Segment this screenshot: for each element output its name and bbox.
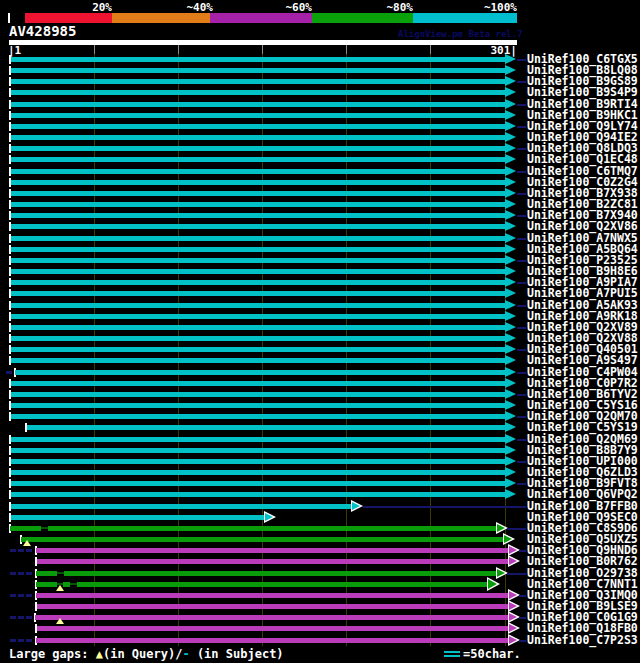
- alignment-bar[interactable]: [11, 113, 505, 118]
- alignment-bar[interactable]: [11, 403, 505, 408]
- alignment-bar[interactable]: [11, 504, 352, 509]
- alignment-bar[interactable]: [11, 269, 505, 274]
- alignment-bar[interactable]: [11, 213, 505, 218]
- alignment-bar[interactable]: [37, 559, 509, 564]
- label-connector-line: [519, 595, 526, 597]
- alignment-bar[interactable]: [37, 604, 509, 609]
- query-name: AV428985: [9, 25, 76, 38]
- alignment-bar[interactable]: [11, 79, 505, 84]
- alignment-bar[interactable]: [11, 414, 505, 419]
- label-connector-line: [517, 171, 526, 173]
- label-connector-line: [507, 528, 526, 530]
- label-connector-line: [517, 104, 526, 106]
- arrowhead-icon: [505, 166, 516, 176]
- label-connector-line: [519, 617, 526, 619]
- identity-scale-segment: [413, 13, 517, 23]
- alignment-bar[interactable]: [11, 459, 505, 464]
- label-connector-line: [517, 416, 526, 418]
- query-gap-triangle-icon: [56, 618, 64, 624]
- label-connector-line: [517, 461, 526, 463]
- alignment-bar[interactable]: [11, 325, 505, 330]
- alignment-bar[interactable]: [36, 582, 488, 587]
- arrowhead-icon: [509, 546, 517, 554]
- alignment-bar[interactable]: [11, 470, 505, 475]
- alignment-bar[interactable]: [37, 626, 509, 631]
- arrowhead-icon: [509, 624, 517, 632]
- alignment-bar[interactable]: [11, 135, 505, 140]
- arrowhead-icon: [505, 489, 516, 499]
- alignment-bar[interactable]: [11, 358, 505, 363]
- subject-overhang-line: [10, 594, 33, 597]
- arrowhead-icon: [505, 221, 516, 231]
- label-connector-line: [519, 550, 526, 552]
- alignment-bar[interactable]: [11, 481, 505, 486]
- alignment-bar[interactable]: [11, 303, 505, 308]
- alignment-bar[interactable]: [11, 247, 505, 252]
- arrowhead-icon: [505, 188, 516, 198]
- alignment-bar[interactable]: [11, 314, 505, 319]
- label-connector-line: [517, 148, 526, 150]
- arrowhead-icon: [509, 613, 517, 621]
- label-connector-line: [517, 394, 526, 396]
- alignment-bar[interactable]: [11, 124, 505, 129]
- arrowhead-icon: [505, 322, 516, 332]
- alignment-bar[interactable]: [11, 224, 505, 229]
- alignment-bar[interactable]: [11, 102, 505, 107]
- alignment-bar[interactable]: [11, 202, 505, 207]
- alignment-bar[interactable]: [11, 381, 505, 386]
- alignment-bar[interactable]: [11, 180, 505, 185]
- alignment-bar[interactable]: [11, 146, 505, 151]
- alignment-bar[interactable]: [11, 448, 505, 453]
- alignment-bar[interactable]: [11, 291, 505, 296]
- arrowhead-icon: [505, 266, 516, 276]
- arrowhead-icon: [497, 569, 505, 577]
- subject-gap-dash-icon: -: [182, 647, 189, 661]
- alignment-bar[interactable]: [27, 425, 505, 430]
- label-connector-line: [519, 640, 526, 642]
- label-connector-line: [517, 327, 526, 329]
- arrowhead-icon: [505, 400, 516, 410]
- arrowhead-icon: [505, 411, 516, 421]
- alignment-bar[interactable]: [11, 280, 505, 285]
- label-connector-line: [517, 238, 526, 240]
- alignment-bar[interactable]: [36, 571, 497, 576]
- query-gap-triangle-icon: [23, 540, 31, 546]
- label-connector-line: [517, 282, 526, 284]
- alignment-bar[interactable]: [11, 258, 505, 263]
- subject-gap-notch: [70, 581, 77, 588]
- alignment-bar[interactable]: [11, 236, 505, 241]
- arrowhead-icon: [497, 524, 505, 532]
- alignment-bar[interactable]: [36, 548, 509, 553]
- alignment-bar[interactable]: [11, 437, 505, 442]
- scale-start-tick: [8, 13, 10, 23]
- alignment-bar[interactable]: [11, 57, 505, 62]
- alignment-bar[interactable]: [11, 157, 505, 162]
- alignment-bar[interactable]: [36, 638, 509, 643]
- alignment-bar[interactable]: [11, 169, 505, 174]
- alignment-bar[interactable]: [15, 370, 505, 375]
- subject-gap-notch: [41, 525, 48, 532]
- watermark: AlignView.pm Beta rel.7: [398, 29, 523, 39]
- alignment-bar[interactable]: [11, 68, 505, 73]
- alignment-bar[interactable]: [11, 515, 265, 520]
- alignment-bar[interactable]: [11, 336, 505, 341]
- alignment-bar[interactable]: [11, 90, 505, 95]
- arrowhead-icon: [509, 636, 517, 644]
- alignment-bar[interactable]: [11, 347, 505, 352]
- subject-overhang-line: [6, 371, 13, 374]
- subject-gap-notch: [57, 570, 64, 577]
- arrowhead-icon: [505, 244, 516, 254]
- arrowhead-icon: [488, 579, 497, 589]
- label-connector-line: [517, 260, 526, 262]
- alignment-bar[interactable]: [11, 492, 505, 497]
- arrowhead-icon: [505, 367, 516, 377]
- arrowhead-icon: [505, 355, 516, 365]
- alignment-bar[interactable]: [21, 537, 504, 542]
- alignment-bar[interactable]: [11, 392, 505, 397]
- arrowhead-icon: [505, 277, 516, 287]
- alignment-bar[interactable]: [35, 615, 509, 620]
- alignment-bar[interactable]: [10, 526, 497, 531]
- alignment-bar[interactable]: [36, 593, 509, 598]
- alignment-bar[interactable]: [11, 191, 505, 196]
- subject-label[interactable]: UniRef100_C7P2S3: [527, 635, 638, 646]
